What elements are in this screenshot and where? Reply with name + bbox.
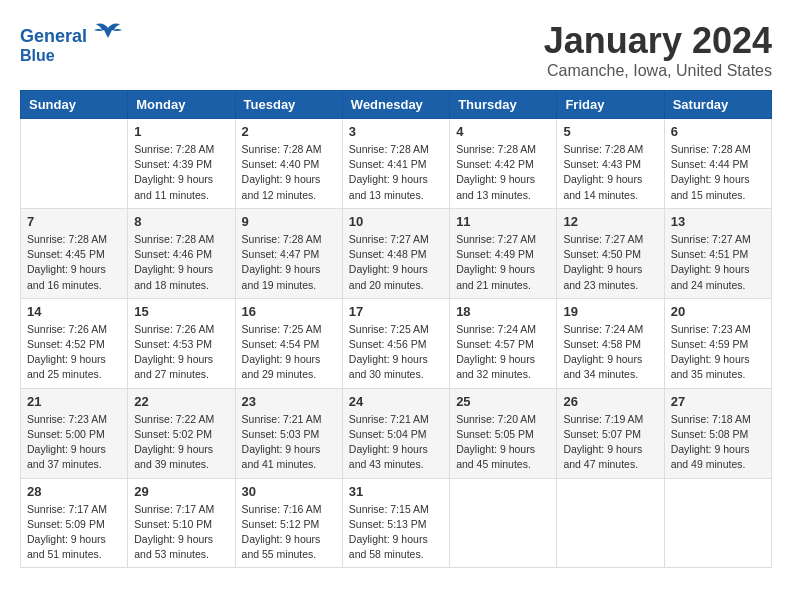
day-info: Sunrise: 7:27 AMSunset: 4:49 PMDaylight:… bbox=[456, 232, 550, 293]
day-number: 22 bbox=[134, 394, 228, 409]
table-row: 31Sunrise: 7:15 AMSunset: 5:13 PMDayligh… bbox=[342, 478, 449, 568]
calendar-table: Sunday Monday Tuesday Wednesday Thursday… bbox=[20, 90, 772, 568]
table-row: 21Sunrise: 7:23 AMSunset: 5:00 PMDayligh… bbox=[21, 388, 128, 478]
table-row: 30Sunrise: 7:16 AMSunset: 5:12 PMDayligh… bbox=[235, 478, 342, 568]
table-row: 1Sunrise: 7:28 AMSunset: 4:39 PMDaylight… bbox=[128, 119, 235, 209]
day-info: Sunrise: 7:28 AMSunset: 4:46 PMDaylight:… bbox=[134, 232, 228, 293]
day-info: Sunrise: 7:26 AMSunset: 4:53 PMDaylight:… bbox=[134, 322, 228, 383]
day-number: 23 bbox=[242, 394, 336, 409]
day-info: Sunrise: 7:27 AMSunset: 4:50 PMDaylight:… bbox=[563, 232, 657, 293]
col-saturday: Saturday bbox=[664, 91, 771, 119]
title-block: January 2024 Camanche, Iowa, United Stat… bbox=[544, 20, 772, 80]
day-number: 25 bbox=[456, 394, 550, 409]
day-number: 8 bbox=[134, 214, 228, 229]
table-row: 13Sunrise: 7:27 AMSunset: 4:51 PMDayligh… bbox=[664, 208, 771, 298]
table-row: 26Sunrise: 7:19 AMSunset: 5:07 PMDayligh… bbox=[557, 388, 664, 478]
day-info: Sunrise: 7:28 AMSunset: 4:39 PMDaylight:… bbox=[134, 142, 228, 203]
day-info: Sunrise: 7:25 AMSunset: 4:54 PMDaylight:… bbox=[242, 322, 336, 383]
day-info: Sunrise: 7:28 AMSunset: 4:42 PMDaylight:… bbox=[456, 142, 550, 203]
day-number: 21 bbox=[27, 394, 121, 409]
day-number: 6 bbox=[671, 124, 765, 139]
day-number: 28 bbox=[27, 484, 121, 499]
table-row: 15Sunrise: 7:26 AMSunset: 4:53 PMDayligh… bbox=[128, 298, 235, 388]
day-info: Sunrise: 7:22 AMSunset: 5:02 PMDaylight:… bbox=[134, 412, 228, 473]
day-number: 27 bbox=[671, 394, 765, 409]
page-header: General Blue January 2024 Camanche, Iowa… bbox=[20, 20, 772, 80]
day-info: Sunrise: 7:17 AMSunset: 5:10 PMDaylight:… bbox=[134, 502, 228, 563]
calendar-title: January 2024 bbox=[544, 20, 772, 62]
day-info: Sunrise: 7:28 AMSunset: 4:43 PMDaylight:… bbox=[563, 142, 657, 203]
table-row: 27Sunrise: 7:18 AMSunset: 5:08 PMDayligh… bbox=[664, 388, 771, 478]
calendar-week-row: 14Sunrise: 7:26 AMSunset: 4:52 PMDayligh… bbox=[21, 298, 772, 388]
day-number: 9 bbox=[242, 214, 336, 229]
day-number: 13 bbox=[671, 214, 765, 229]
table-row: 4Sunrise: 7:28 AMSunset: 4:42 PMDaylight… bbox=[450, 119, 557, 209]
table-row: 23Sunrise: 7:21 AMSunset: 5:03 PMDayligh… bbox=[235, 388, 342, 478]
table-row: 9Sunrise: 7:28 AMSunset: 4:47 PMDaylight… bbox=[235, 208, 342, 298]
table-row bbox=[21, 119, 128, 209]
day-info: Sunrise: 7:27 AMSunset: 4:48 PMDaylight:… bbox=[349, 232, 443, 293]
day-number: 19 bbox=[563, 304, 657, 319]
col-sunday: Sunday bbox=[21, 91, 128, 119]
day-info: Sunrise: 7:24 AMSunset: 4:57 PMDaylight:… bbox=[456, 322, 550, 383]
day-number: 12 bbox=[563, 214, 657, 229]
table-row: 11Sunrise: 7:27 AMSunset: 4:49 PMDayligh… bbox=[450, 208, 557, 298]
day-info: Sunrise: 7:28 AMSunset: 4:41 PMDaylight:… bbox=[349, 142, 443, 203]
day-info: Sunrise: 7:15 AMSunset: 5:13 PMDaylight:… bbox=[349, 502, 443, 563]
table-row: 16Sunrise: 7:25 AMSunset: 4:54 PMDayligh… bbox=[235, 298, 342, 388]
day-info: Sunrise: 7:17 AMSunset: 5:09 PMDaylight:… bbox=[27, 502, 121, 563]
table-row: 17Sunrise: 7:25 AMSunset: 4:56 PMDayligh… bbox=[342, 298, 449, 388]
day-info: Sunrise: 7:18 AMSunset: 5:08 PMDaylight:… bbox=[671, 412, 765, 473]
day-number: 2 bbox=[242, 124, 336, 139]
table-row: 5Sunrise: 7:28 AMSunset: 4:43 PMDaylight… bbox=[557, 119, 664, 209]
col-wednesday: Wednesday bbox=[342, 91, 449, 119]
day-info: Sunrise: 7:21 AMSunset: 5:04 PMDaylight:… bbox=[349, 412, 443, 473]
logo-blue: Blue bbox=[20, 46, 122, 65]
col-friday: Friday bbox=[557, 91, 664, 119]
table-row: 25Sunrise: 7:20 AMSunset: 5:05 PMDayligh… bbox=[450, 388, 557, 478]
day-number: 7 bbox=[27, 214, 121, 229]
day-number: 11 bbox=[456, 214, 550, 229]
logo-bird-icon bbox=[94, 20, 122, 42]
calendar-week-row: 28Sunrise: 7:17 AMSunset: 5:09 PMDayligh… bbox=[21, 478, 772, 568]
table-row: 29Sunrise: 7:17 AMSunset: 5:10 PMDayligh… bbox=[128, 478, 235, 568]
calendar-week-row: 1Sunrise: 7:28 AMSunset: 4:39 PMDaylight… bbox=[21, 119, 772, 209]
day-info: Sunrise: 7:23 AMSunset: 4:59 PMDaylight:… bbox=[671, 322, 765, 383]
table-row: 28Sunrise: 7:17 AMSunset: 5:09 PMDayligh… bbox=[21, 478, 128, 568]
day-number: 29 bbox=[134, 484, 228, 499]
calendar-subtitle: Camanche, Iowa, United States bbox=[544, 62, 772, 80]
day-number: 15 bbox=[134, 304, 228, 319]
table-row: 20Sunrise: 7:23 AMSunset: 4:59 PMDayligh… bbox=[664, 298, 771, 388]
day-number: 14 bbox=[27, 304, 121, 319]
col-tuesday: Tuesday bbox=[235, 91, 342, 119]
table-row: 10Sunrise: 7:27 AMSunset: 4:48 PMDayligh… bbox=[342, 208, 449, 298]
day-info: Sunrise: 7:28 AMSunset: 4:45 PMDaylight:… bbox=[27, 232, 121, 293]
table-row bbox=[664, 478, 771, 568]
day-number: 16 bbox=[242, 304, 336, 319]
table-row: 6Sunrise: 7:28 AMSunset: 4:44 PMDaylight… bbox=[664, 119, 771, 209]
table-row: 24Sunrise: 7:21 AMSunset: 5:04 PMDayligh… bbox=[342, 388, 449, 478]
table-row bbox=[557, 478, 664, 568]
calendar-week-row: 21Sunrise: 7:23 AMSunset: 5:00 PMDayligh… bbox=[21, 388, 772, 478]
day-info: Sunrise: 7:27 AMSunset: 4:51 PMDaylight:… bbox=[671, 232, 765, 293]
table-row bbox=[450, 478, 557, 568]
table-row: 8Sunrise: 7:28 AMSunset: 4:46 PMDaylight… bbox=[128, 208, 235, 298]
day-number: 18 bbox=[456, 304, 550, 319]
table-row: 19Sunrise: 7:24 AMSunset: 4:58 PMDayligh… bbox=[557, 298, 664, 388]
day-number: 5 bbox=[563, 124, 657, 139]
day-number: 3 bbox=[349, 124, 443, 139]
table-row: 22Sunrise: 7:22 AMSunset: 5:02 PMDayligh… bbox=[128, 388, 235, 478]
day-info: Sunrise: 7:28 AMSunset: 4:47 PMDaylight:… bbox=[242, 232, 336, 293]
col-monday: Monday bbox=[128, 91, 235, 119]
day-info: Sunrise: 7:24 AMSunset: 4:58 PMDaylight:… bbox=[563, 322, 657, 383]
calendar-week-row: 7Sunrise: 7:28 AMSunset: 4:45 PMDaylight… bbox=[21, 208, 772, 298]
logo-text: General bbox=[20, 20, 122, 48]
col-thursday: Thursday bbox=[450, 91, 557, 119]
day-info: Sunrise: 7:25 AMSunset: 4:56 PMDaylight:… bbox=[349, 322, 443, 383]
day-number: 20 bbox=[671, 304, 765, 319]
day-info: Sunrise: 7:26 AMSunset: 4:52 PMDaylight:… bbox=[27, 322, 121, 383]
day-number: 31 bbox=[349, 484, 443, 499]
day-info: Sunrise: 7:16 AMSunset: 5:12 PMDaylight:… bbox=[242, 502, 336, 563]
table-row: 7Sunrise: 7:28 AMSunset: 4:45 PMDaylight… bbox=[21, 208, 128, 298]
day-number: 24 bbox=[349, 394, 443, 409]
